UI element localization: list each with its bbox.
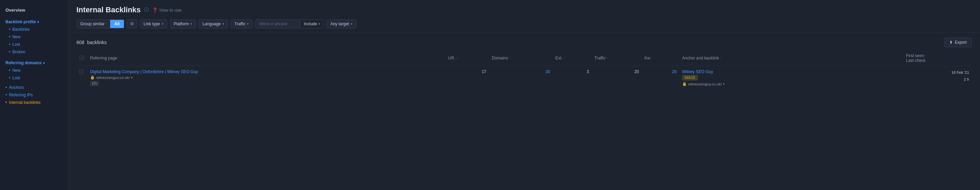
kw-value: 20 — [672, 69, 677, 74]
th-referring-page: Referring page ⁱ — [88, 51, 445, 66]
first-seen-value: 16 Feb '21 — [906, 69, 969, 76]
sidebar-item-broken-backlinks[interactable]: Broken — [0, 48, 68, 56]
how-to-use-label: How to use — [159, 8, 181, 13]
page-title-row: Internal Backlinks ⓘ ❓ How to use — [76, 5, 972, 14]
domain-chevron[interactable]: ▾ — [131, 76, 133, 79]
word-phrase-input[interactable] — [256, 20, 300, 28]
sidebar-backlink-profile[interactable]: Backlink profile — [0, 17, 68, 26]
table-summary-row: 608 backlinks ⬆ Export — [76, 33, 972, 51]
group-similar-info-icon[interactable]: ⁱ — [106, 22, 107, 26]
sidebar-item-lost-referring[interactable]: Lost — [0, 74, 68, 81]
badge-en: EN — [90, 80, 443, 86]
anchor-domain-link[interactable]: witneyseoguy.co.uk/ — [688, 82, 722, 86]
th-ext: Ext. ⁱ — [553, 51, 592, 66]
dates-cell: 16 Feb '21 2 h — [903, 66, 972, 90]
row-checkbox[interactable] — [79, 69, 84, 74]
referring-domain-link[interactable]: witneyseoguv.co.uk/ — [96, 75, 130, 80]
anchor-badge-wrapper: IMAGE — [682, 75, 900, 81]
anchor-domain-row: 🔒 witneyseoguy.co.uk/ ▾ — [682, 81, 900, 86]
anchor-lock-icon: 🔒 — [682, 81, 687, 86]
sidebar-item-referring-ips[interactable]: Referring IPs — [0, 91, 68, 99]
export-label: Export — [955, 40, 967, 45]
count-number: 608 — [76, 40, 84, 45]
any-target-label: Any target — [330, 22, 349, 26]
traffic-dropdown[interactable]: Traffic ▾ — [231, 19, 253, 28]
th-first-seen-label: First seen — [906, 53, 924, 58]
ur-cell: 17 — [445, 66, 489, 90]
table-row: Digital Marketing Company | Oxfordshire … — [76, 66, 972, 90]
th-ur-label: UR — [449, 56, 454, 61]
settings-button[interactable]: ⚙ — [127, 19, 137, 28]
group-similar-control: Group similar ⁱ All — [76, 19, 124, 28]
group-similar-label: Group similar ⁱ — [77, 20, 110, 28]
anchor-image-badge: IMAGE — [682, 75, 698, 80]
export-icon: ⬆ — [949, 40, 953, 45]
sidebar-item-new-referring[interactable]: New — [0, 67, 68, 74]
anchor-title[interactable]: Witney SEO Guy — [682, 69, 900, 74]
th-referring-info[interactable]: ⁱ — [118, 56, 119, 60]
th-kw: Kw. ⁱ — [642, 51, 679, 66]
referring-page-cell: Digital Marketing Company | Oxfordshire … — [88, 66, 445, 90]
sidebar-referring-domains[interactable]: Referring domains — [0, 58, 68, 67]
language-dropdown[interactable]: Language ▾ — [199, 19, 228, 28]
referring-page-link[interactable]: Digital Marketing Company | Oxfordshire … — [90, 69, 443, 74]
sidebar-item-internal-backlinks[interactable]: Internal backlinks — [0, 99, 68, 106]
link-type-dropdown[interactable]: Link type ▾ — [140, 19, 167, 28]
all-button[interactable]: All — [110, 20, 124, 28]
header: Internal Backlinks ⓘ ❓ How to use Group … — [68, 0, 980, 33]
th-traffic-label: Traffic — [594, 56, 606, 61]
platform-arrow: ▾ — [190, 22, 192, 26]
sidebar-item-lost-backlinks[interactable]: Lost — [0, 41, 68, 48]
th-traffic-info[interactable]: ⁱ — [607, 56, 608, 60]
th-domains-info[interactable]: ⁱ — [509, 56, 510, 60]
count-label: backlinks — [87, 40, 107, 45]
sidebar-item-new-backlinks[interactable]: New — [0, 33, 68, 41]
th-last-check-label: Last check — [906, 58, 925, 63]
sidebar-item-backlinks[interactable]: Backlinks — [0, 26, 68, 33]
th-checkbox — [76, 51, 88, 66]
kw-cell: 20 — [642, 66, 679, 90]
row-checkbox-cell — [76, 66, 88, 90]
any-target-dropdown[interactable]: Any target ▾ — [326, 19, 356, 28]
th-ext-label: Ext. — [555, 56, 563, 61]
any-target-arrow: ▾ — [351, 22, 353, 26]
sidebar: Overview Backlink profile Backlinks New … — [0, 0, 68, 190]
link-type-arrow: ▾ — [162, 22, 164, 26]
sidebar-overview[interactable]: Overview — [0, 5, 68, 15]
language-arrow: ▾ — [223, 22, 224, 26]
th-ur[interactable]: UR ↓ ⁱ — [445, 51, 489, 66]
ur-sort-arrow: ↓ — [455, 56, 457, 60]
th-ext-info[interactable]: ⁱ — [564, 56, 565, 60]
filter-bar: Group similar ⁱ All ⚙ Link type ▾ Platfo… — [76, 19, 972, 28]
link-type-label: Link type — [144, 22, 160, 26]
language-label: Language — [202, 22, 220, 26]
th-traffic: Traffic ⁱ — [592, 51, 642, 66]
page-title-info-icon[interactable]: ⓘ — [144, 7, 149, 13]
referring-domain-row: 🔒 witneyseoguv.co.uk/ ▾ — [90, 75, 443, 80]
platform-dropdown[interactable]: Platform ▾ — [170, 19, 196, 28]
anchor-cell: Witney SEO Guy IMAGE 🔒 witneyseoguy.co.u… — [679, 66, 903, 90]
anchor-chevron[interactable]: ▾ — [723, 82, 725, 86]
ext-cell: 3 — [553, 66, 592, 90]
th-kw-info[interactable]: ⁱ — [652, 56, 653, 60]
th-anchor: Anchor and backlink ⁱ — [679, 51, 903, 66]
th-dates-info[interactable]: ⁱ — [925, 54, 926, 58]
include-dropdown[interactable]: Include ▾ — [300, 20, 323, 28]
table-area: 608 backlinks ⬆ Export Referring page ⁱ — [68, 33, 980, 190]
how-to-use-link[interactable]: ❓ How to use — [152, 8, 181, 13]
last-check-value: 2 h — [906, 76, 969, 83]
domains-value: 20 — [545, 69, 550, 74]
th-anchor-info[interactable]: ⁱ — [720, 56, 721, 60]
sidebar-item-anchors[interactable]: Anchors — [0, 84, 68, 91]
lock-icon: 🔒 — [90, 75, 95, 80]
traffic-arrow: ▾ — [247, 22, 249, 26]
traffic-value: 20 — [634, 69, 639, 74]
include-label: Include — [304, 22, 317, 26]
th-dates: First seen ⁱ Last check — [903, 51, 972, 66]
th-ur-info[interactable]: ⁱ — [458, 56, 459, 60]
page-title: Internal Backlinks — [76, 5, 141, 14]
select-all-checkbox[interactable] — [79, 55, 84, 60]
main-content: Internal Backlinks ⓘ ❓ How to use Group … — [68, 0, 980, 190]
export-button[interactable]: ⬆ Export — [944, 38, 972, 47]
th-anchor-label: Anchor and backlink — [682, 56, 719, 61]
